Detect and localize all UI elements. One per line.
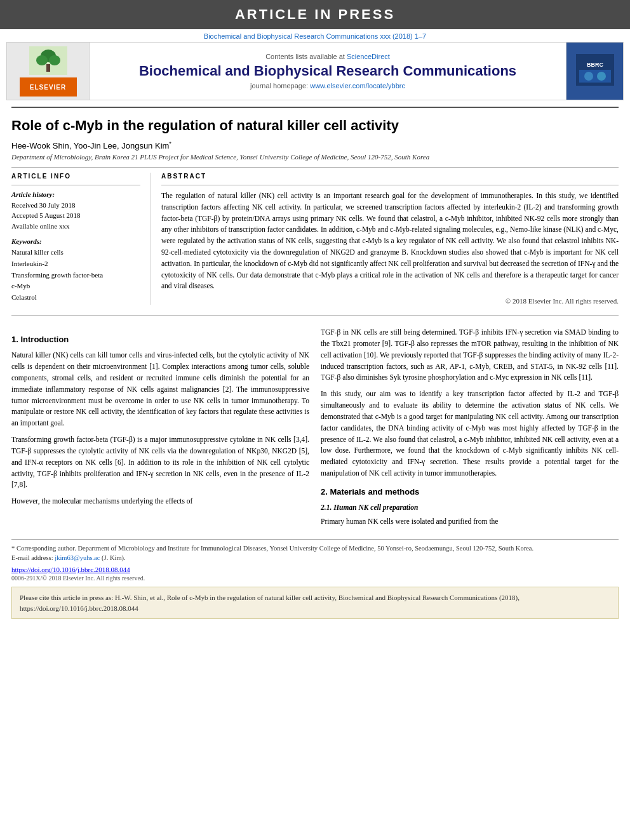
citation-bar: Please cite this article in press as: H.… xyxy=(11,587,619,619)
subsection2-1-text: Primary human NK cells were isolated and… xyxy=(321,516,619,528)
footnote-email: E-mail address: jkim63@yuhs.ac (J. Kim). xyxy=(11,553,619,563)
keywords-section: Keywords: Natural killer cells Interleuk… xyxy=(11,237,140,303)
article-body: Role of c-Myb in the regulation of natur… xyxy=(0,107,630,533)
body-para-r2: In this study, our aim was to identify a… xyxy=(321,389,619,479)
abstract-divider xyxy=(161,185,619,185)
subsection2-1-title: 2.1. Human NK cell preparation xyxy=(321,502,619,514)
svg-point-9 xyxy=(597,72,606,81)
email-author: (J. Kim). xyxy=(102,554,126,561)
homepage-label: journal homepage: xyxy=(250,82,308,90)
article-info-col: ARTICLE INFO Article history: Received 3… xyxy=(11,173,151,305)
homepage-url[interactable]: www.elsevier.com/locate/ybbrc xyxy=(310,82,405,90)
contents-line: Contents lists available at ScienceDirec… xyxy=(265,53,390,60)
banner-text: ARTICLE IN PRESS xyxy=(235,6,395,22)
journal-ref-line: Biochemical and Biophysical Research Com… xyxy=(0,29,630,42)
abstract-text: The regulation of natural killer (NK) ce… xyxy=(161,190,619,292)
keyword-1: Natural killer cells xyxy=(11,247,140,258)
journal-header: ELSEVIER Contents lists available at Sci… xyxy=(6,42,624,100)
keyword-4: c-Myb xyxy=(11,281,140,292)
body-para-1: Natural killer (NK) cells can kill tumor… xyxy=(11,350,309,429)
svg-rect-4 xyxy=(46,64,50,72)
keyword-5: Celastrol xyxy=(11,292,140,303)
info-divider xyxy=(11,185,140,185)
svg-point-8 xyxy=(584,72,593,81)
svg-point-3 xyxy=(49,55,60,65)
top-divider xyxy=(11,107,619,108)
email-link[interactable]: jkim63@yuhs.ac xyxy=(55,554,100,561)
header-center: Contents lists available at ScienceDirec… xyxy=(90,43,566,100)
article-title: Role of c-Myb in the regulation of natur… xyxy=(11,117,619,135)
body-col-right: TGF-β in NK cells are still being determ… xyxy=(321,327,619,532)
history-accepted: Accepted 5 August 2018 xyxy=(11,210,140,221)
authors-text: Hee-Wook Shin, Yoo-Jin Lee, Jongsun Kim* xyxy=(11,141,171,150)
copyright: © 2018 Elsevier Inc. All rights reserved… xyxy=(161,297,619,305)
article-info-abstract: ARTICLE INFO Article history: Received 3… xyxy=(11,173,619,305)
keywords-list: Natural killer cells Interleukin-2 Trans… xyxy=(11,247,140,303)
doi-line: https://doi.org/10.1016/j.bbrc.2018.08.0… xyxy=(11,566,619,573)
footnote-corresponding: * Corresponding author. Department of Mi… xyxy=(11,543,619,554)
keywords-label: Keywords: xyxy=(11,237,140,245)
article-info-heading: ARTICLE INFO xyxy=(11,173,140,180)
header-right-logo: BBRC xyxy=(566,43,623,100)
doi-link[interactable]: https://doi.org/10.1016/j.bbrc.2018.08.0… xyxy=(11,566,130,573)
elsevier-logo: ELSEVIER xyxy=(20,77,77,97)
sciencedirect-link[interactable]: ScienceDirect xyxy=(347,53,390,60)
journal-homepage: journal homepage: www.elsevier.com/locat… xyxy=(250,82,405,90)
history-label: Article history: xyxy=(11,190,140,198)
header-left-logo: ELSEVIER xyxy=(7,43,90,100)
citation-text: Please cite this article in press as: H.… xyxy=(20,594,519,612)
svg-rect-7 xyxy=(579,70,611,83)
body-content: 1. Introduction Natural killer (NK) cell… xyxy=(11,327,619,532)
footnote-area: * Corresponding author. Department of Mi… xyxy=(11,539,619,564)
elsevier-tree-icon xyxy=(29,46,67,75)
body-para-3: However, the molecular mechanisms underl… xyxy=(11,496,309,507)
body-para-r1: TGF-β in NK cells are still being determ… xyxy=(321,327,619,383)
elsevier-label: ELSEVIER xyxy=(30,84,66,91)
journal-ref-text: Biochemical and Biophysical Research Com… xyxy=(204,32,426,40)
email-label: E-mail address: xyxy=(11,554,53,561)
abstract-col: ABSTRACT The regulation of natural kille… xyxy=(151,173,619,305)
history-received: Received 30 July 2018 xyxy=(11,200,140,211)
history-available: Available online xxx xyxy=(11,221,140,232)
contents-label: Contents lists available at xyxy=(265,53,345,60)
svg-point-2 xyxy=(36,55,48,65)
body-divider xyxy=(11,315,619,316)
keyword-3: Transforming growth factor-beta xyxy=(11,270,140,281)
svg-text:BBRC: BBRC xyxy=(587,62,603,68)
affiliation: Department of Microbiology, Brain Korea … xyxy=(11,153,619,161)
section-divider-1 xyxy=(11,167,619,168)
body-col-left: 1. Introduction Natural killer (NK) cell… xyxy=(11,327,309,532)
body-para-2: Transforming growth factor-beta (TGF-β) … xyxy=(11,434,309,491)
journal-title: Biochemical and Biophysical Research Com… xyxy=(139,63,516,79)
abstract-heading: ABSTRACT xyxy=(161,173,619,180)
authors: Hee-Wook Shin, Yoo-Jin Lee, Jongsun Kim* xyxy=(11,140,619,150)
section2-title: 2. Materials and methods xyxy=(321,486,619,498)
history-items: Received 30 July 2018 Accepted 5 August … xyxy=(11,200,140,232)
issn-line: 0006-291X/© 2018 Elsevier Inc. All right… xyxy=(11,575,619,582)
bbrc-journal-cover-icon: BBRC xyxy=(576,54,614,86)
section1-title: 1. Introduction xyxy=(11,333,309,346)
keyword-2: Interleukin-2 xyxy=(11,258,140,270)
article-in-press-banner: ARTICLE IN PRESS xyxy=(0,0,630,29)
